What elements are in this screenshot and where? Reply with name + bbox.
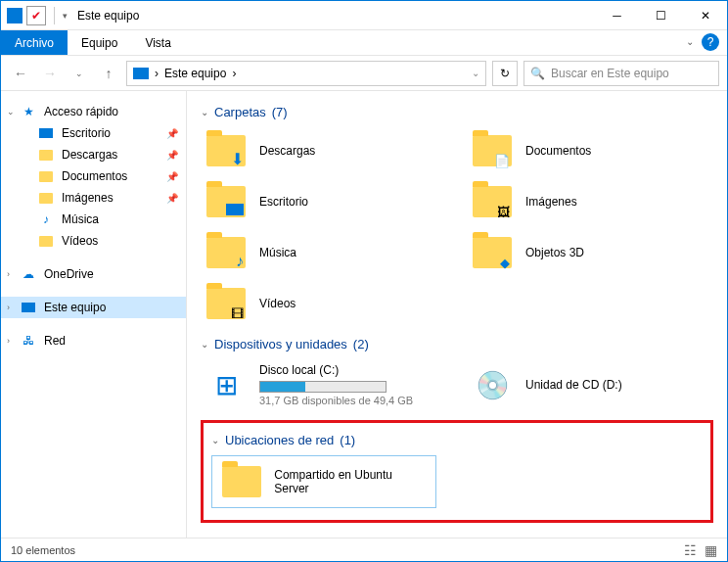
folder-icon [220,462,262,501]
pin-icon: 📌 [166,128,178,139]
maximize-button[interactable]: ☐ [639,1,683,29]
folder-videos[interactable]: 🎞Vídeos [201,280,447,327]
sidebar-item-downloads[interactable]: Descargas📌 [1,144,186,165]
breadcrumb[interactable]: Este equipo [164,67,226,80]
folder-icon: 🖼 [471,182,514,221]
devices-grid: ⊞ Disco local (C:) 31,7 GB disponibles d… [201,359,713,410]
star-icon: ★ [21,104,36,119]
folder-documents[interactable]: 📄Documentos [467,127,713,174]
sidebar-item-network[interactable]: ›🖧Red [1,330,186,351]
chevron-down-icon: ⌄ [201,107,208,117]
sidebar-item-images[interactable]: Imágenes📌 [1,187,186,209]
folder-icon: 📄 [471,131,514,170]
separator [54,7,55,24]
minimize-button[interactable]: ─ [595,1,639,29]
recent-dropdown-icon[interactable]: ⌄ [68,62,91,85]
folders-grid: ⬇Descargas 📄Documentos Escritorio 🖼Imáge… [201,127,713,327]
sidebar-item-thispc[interactable]: ›Este equipo [1,297,186,318]
highlight-annotation: ⌄Ubicaciones de red (1) Compartido en Ub… [201,420,713,523]
search-input[interactable]: 🔍 Buscar en Este equipo [523,61,719,86]
window-controls: ─ ☐ ✕ [595,1,727,29]
desktop-icon [38,125,54,141]
content: ⌄Carpetas (7) ⬇Descargas 📄Documentos Esc… [187,91,727,538]
pin-icon: 📌 [166,171,178,182]
drive-usage-bar [259,381,387,393]
back-button[interactable]: ← [9,62,32,85]
folder-icon: 🎞 [205,284,248,323]
sidebar-item-documents[interactable]: Documentos📌 [1,165,186,187]
documents-icon [38,168,54,184]
folder-icon: ⬇ [205,131,248,170]
qat-dropdown-icon[interactable]: ▾ [63,11,68,21]
folder-icon: ◆ [471,233,514,272]
drive-local-c[interactable]: ⊞ Disco local (C:) 31,7 GB disponibles d… [201,359,447,410]
refresh-button[interactable]: ↻ [492,61,518,86]
body: ⌄★Acceso rápido Escritorio📌 Descargas📌 D… [1,91,727,538]
tab-equipo[interactable]: Equipo [68,30,131,55]
details-view-icon[interactable]: ☷ [684,542,697,558]
tab-archivo[interactable]: Archivo [1,30,68,55]
pc-icon [133,68,149,79]
chevron-down-icon: ⌄ [211,435,219,445]
qat-properties-icon[interactable]: ✔ [26,6,46,25]
images-icon [38,190,54,206]
app-icon [7,8,23,23]
explorer-window: ✔ ▾ Este equipo ─ ☐ ✕ Archivo Equipo Vis… [0,0,728,562]
close-button[interactable]: ✕ [683,1,727,29]
pin-icon: 📌 [166,193,178,204]
address-dropdown-icon[interactable]: ⌄ [472,68,479,78]
section-network-header[interactable]: ⌄Ubicaciones de red (1) [211,433,703,447]
status-bar: 10 elementos ☷ ▦ [1,538,727,561]
search-placeholder: Buscar en Este equipo [551,67,669,80]
folder-objects3d[interactable]: ◆Objetos 3D [467,229,713,276]
network-icon: 🖧 [21,333,36,349]
forward-button[interactable]: → [38,62,62,85]
sidebar-item-desktop[interactable]: Escritorio📌 [1,122,186,144]
view-switcher: ☷ ▦ [684,542,717,558]
folder-icon [205,182,248,221]
drive-cd-d[interactable]: 💿 Unidad de CD (D:) [467,359,713,410]
sidebar-item-onedrive[interactable]: ›☁OneDrive [1,263,186,285]
cd-icon: 💿 [471,365,514,404]
music-icon: ♪ [38,211,54,227]
section-folders-header[interactable]: ⌄Carpetas (7) [201,105,713,119]
network-share-ubuntu[interactable]: Compartido en Ubuntu Server [211,455,436,508]
folder-music[interactable]: ♪Música [201,229,447,276]
videos-icon [38,233,54,249]
folder-desktop[interactable]: Escritorio [201,178,447,225]
pc-icon [21,300,36,315]
ribbon: Archivo Equipo Vista ⌄ ? [1,30,727,56]
chevron-down-icon: ⌄ [201,339,208,350]
sidebar-item-music[interactable]: ♪Música [1,209,186,230]
address-bar: ← → ⌄ ↑ › Este equipo › ⌄ ↻ 🔍 Buscar en … [1,56,727,91]
folder-images[interactable]: 🖼Imágenes [467,178,713,225]
titlebar: ✔ ▾ Este equipo ─ ☐ ✕ [1,1,727,30]
help-icon[interactable]: ? [702,33,719,51]
search-icon: 🔍 [530,67,545,80]
status-count: 10 elementos [11,544,75,556]
sidebar: ⌄★Acceso rápido Escritorio📌 Descargas📌 D… [1,91,187,538]
address-input[interactable]: › Este equipo › ⌄ [126,61,486,86]
titlebar-left: ✔ ▾ Este equipo [7,6,139,25]
sidebar-item-quick-access[interactable]: ⌄★Acceso rápido [1,101,186,122]
thumbnails-view-icon[interactable]: ▦ [705,542,717,558]
pin-icon: 📌 [166,150,178,161]
ribbon-expand-icon[interactable]: ⌄ [686,36,694,47]
breadcrumb-sep: › [232,67,236,80]
cloud-icon: ☁ [21,266,36,282]
folder-icon: ♪ [205,233,248,272]
folder-downloads[interactable]: ⬇Descargas [201,127,447,174]
downloads-icon [38,147,54,163]
sidebar-item-videos[interactable]: Vídeos [1,230,186,252]
drive-icon: ⊞ [205,365,248,404]
up-button[interactable]: ↑ [97,62,120,85]
window-title: Este equipo [77,9,139,23]
breadcrumb-sep: › [155,67,159,80]
section-devices-header[interactable]: ⌄Dispositivos y unidades (2) [201,337,713,351]
tab-vista[interactable]: Vista [131,30,184,55]
